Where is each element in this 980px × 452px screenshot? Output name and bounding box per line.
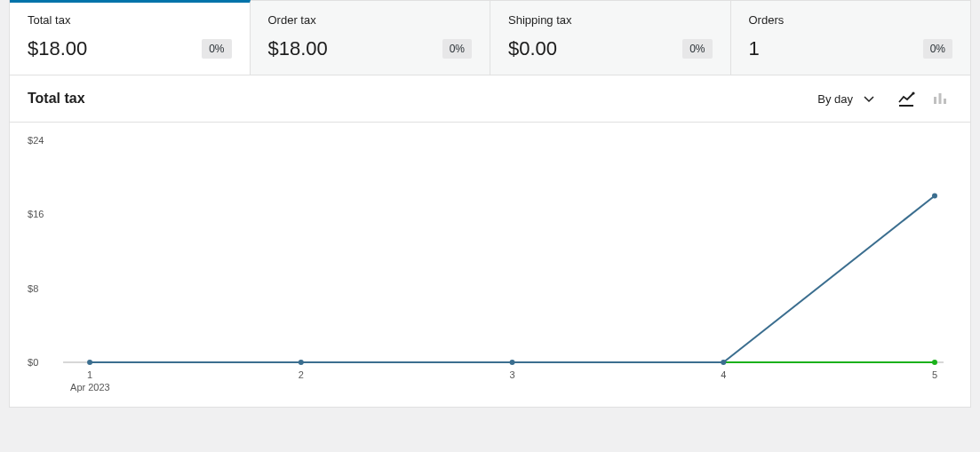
- chart-header: Total tax By day: [10, 75, 970, 123]
- x-tick-label: 2: [299, 369, 304, 380]
- data-point[interactable]: [87, 360, 92, 365]
- y-tick-label: $16: [28, 209, 44, 219]
- kpi-label: Orders: [749, 13, 953, 27]
- kpi-row: Total tax $18.00 0% Order tax $18.00 0% …: [9, 0, 971, 75]
- line-chart-icon: [897, 90, 915, 107]
- kpi-orders[interactable]: Orders 1 0%: [731, 1, 971, 75]
- data-point[interactable]: [721, 360, 726, 365]
- chart-card: Total tax By day: [9, 75, 971, 408]
- kpi-value: $18.00: [28, 37, 87, 60]
- svg-point-0: [912, 91, 914, 94]
- x-tick-label: 1: [87, 369, 92, 380]
- y-axis: $24 $16 $8 $0: [28, 135, 44, 368]
- interval-select[interactable]: By day: [809, 86, 885, 111]
- kpi-total-tax[interactable]: Total tax $18.00 0%: [10, 0, 251, 75]
- data-point[interactable]: [510, 360, 515, 365]
- svg-rect-2: [934, 97, 936, 104]
- chart-svg: $24 $16 $8 $0: [19, 131, 952, 398]
- svg-rect-4: [944, 99, 946, 104]
- chevron-down-icon: [862, 91, 876, 106]
- kpi-order-tax[interactable]: Order tax $18.00 0%: [251, 1, 491, 75]
- chart-title: Total tax: [28, 91, 809, 107]
- kpi-shipping-tax[interactable]: Shipping tax $0.00 0%: [490, 1, 731, 75]
- kpi-value: $0.00: [508, 37, 557, 60]
- bar-chart-icon: [931, 90, 949, 107]
- kpi-label: Shipping tax: [508, 13, 713, 27]
- chart-type-bar-button[interactable]: [928, 88, 952, 109]
- svg-rect-3: [939, 93, 942, 104]
- kpi-delta: 0%: [442, 39, 472, 59]
- y-tick-label: $24: [28, 135, 44, 146]
- y-tick-label: $0: [28, 357, 38, 368]
- kpi-delta: 0%: [682, 39, 712, 59]
- data-point[interactable]: [299, 360, 304, 365]
- chart-body: $24 $16 $8 $0: [10, 123, 970, 407]
- x-tick-label: 3: [510, 369, 515, 380]
- kpi-label: Total tax: [28, 13, 232, 27]
- kpi-delta: 0%: [202, 39, 231, 59]
- kpi-value: $18.00: [268, 37, 328, 60]
- x-sublabel: Apr 2023: [70, 382, 110, 393]
- y-tick-label: $8: [28, 283, 38, 294]
- kpi-value: 1: [749, 37, 760, 60]
- kpi-delta: 0%: [923, 39, 952, 59]
- interval-label: By day: [817, 92, 853, 106]
- x-tick-label: 4: [721, 369, 726, 380]
- x-tick-label: 5: [932, 369, 937, 380]
- x-axis: 1 2 3 4 5 Apr 2023: [70, 369, 937, 393]
- kpi-label: Order tax: [268, 13, 473, 27]
- series-current: [90, 196, 935, 363]
- data-point[interactable]: [932, 194, 937, 199]
- data-point[interactable]: [932, 360, 937, 365]
- chart-type-line-button[interactable]: [894, 88, 919, 109]
